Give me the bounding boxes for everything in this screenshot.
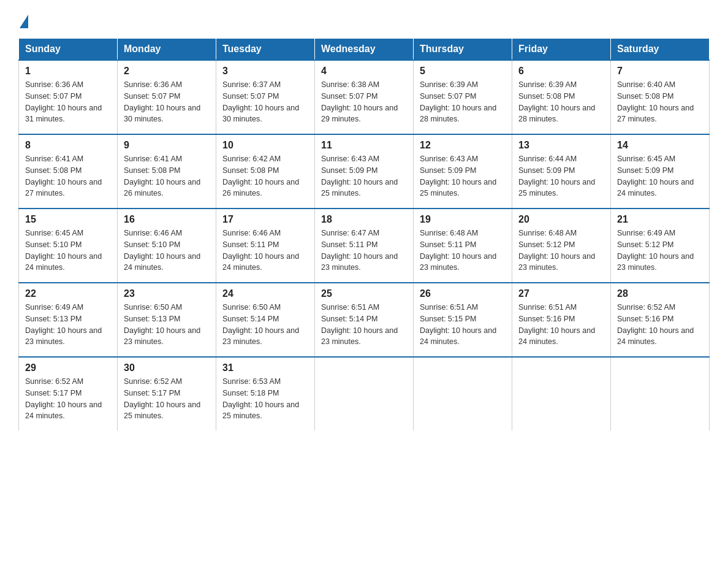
day-info: Sunrise: 6:50 AMSunset: 5:13 PMDaylight:… bbox=[124, 302, 210, 348]
calendar-header-row: SundayMondayTuesdayWednesdayThursdayFrid… bbox=[19, 39, 710, 61]
calendar-cell: 19Sunrise: 6:48 AMSunset: 5:11 PMDayligh… bbox=[414, 209, 512, 283]
calendar-cell: 15Sunrise: 6:45 AMSunset: 5:10 PMDayligh… bbox=[19, 209, 118, 283]
calendar-header-sunday: Sunday bbox=[19, 39, 118, 61]
day-number: 31 bbox=[222, 362, 308, 373]
day-number: 13 bbox=[518, 140, 604, 151]
calendar-cell bbox=[512, 357, 611, 431]
day-info: Sunrise: 6:39 AMSunset: 5:08 PMDaylight:… bbox=[518, 79, 604, 125]
calendar-cell: 16Sunrise: 6:46 AMSunset: 5:10 PMDayligh… bbox=[118, 209, 216, 283]
calendar-cell: 17Sunrise: 6:46 AMSunset: 5:11 PMDayligh… bbox=[216, 209, 315, 283]
day-number: 24 bbox=[222, 288, 308, 299]
calendar-cell: 9Sunrise: 6:41 AMSunset: 5:08 PMDaylight… bbox=[118, 134, 216, 209]
day-info: Sunrise: 6:46 AMSunset: 5:11 PMDaylight:… bbox=[222, 228, 308, 274]
day-number: 4 bbox=[321, 66, 407, 77]
calendar-cell: 5Sunrise: 6:39 AMSunset: 5:07 PMDaylight… bbox=[414, 60, 512, 134]
day-info: Sunrise: 6:53 AMSunset: 5:18 PMDaylight:… bbox=[222, 376, 308, 422]
calendar-week-row: 8Sunrise: 6:41 AMSunset: 5:08 PMDaylight… bbox=[19, 134, 710, 209]
day-info: Sunrise: 6:41 AMSunset: 5:08 PMDaylight:… bbox=[124, 153, 210, 199]
calendar-cell bbox=[414, 357, 512, 431]
day-info: Sunrise: 6:52 AMSunset: 5:16 PMDaylight:… bbox=[617, 302, 703, 348]
calendar-header-wednesday: Wednesday bbox=[315, 39, 414, 61]
page-header bbox=[18, 12, 710, 26]
calendar-cell: 3Sunrise: 6:37 AMSunset: 5:07 PMDaylight… bbox=[216, 60, 315, 134]
logo bbox=[18, 12, 28, 26]
day-number: 12 bbox=[420, 140, 506, 151]
calendar-header-tuesday: Tuesday bbox=[216, 39, 315, 61]
day-info: Sunrise: 6:43 AMSunset: 5:09 PMDaylight:… bbox=[420, 153, 506, 199]
day-number: 28 bbox=[617, 288, 703, 299]
calendar-cell: 28Sunrise: 6:52 AMSunset: 5:16 PMDayligh… bbox=[611, 283, 710, 357]
calendar-cell: 31Sunrise: 6:53 AMSunset: 5:18 PMDayligh… bbox=[216, 357, 315, 431]
day-info: Sunrise: 6:51 AMSunset: 5:14 PMDaylight:… bbox=[321, 302, 407, 348]
calendar-cell: 25Sunrise: 6:51 AMSunset: 5:14 PMDayligh… bbox=[315, 283, 414, 357]
day-number: 1 bbox=[25, 66, 111, 77]
calendar-cell: 20Sunrise: 6:48 AMSunset: 5:12 PMDayligh… bbox=[512, 209, 611, 283]
day-number: 6 bbox=[518, 66, 604, 77]
day-number: 22 bbox=[25, 288, 111, 299]
day-info: Sunrise: 6:52 AMSunset: 5:17 PMDaylight:… bbox=[25, 376, 111, 422]
day-info: Sunrise: 6:36 AMSunset: 5:07 PMDaylight:… bbox=[124, 79, 210, 125]
calendar-header-saturday: Saturday bbox=[611, 39, 710, 61]
day-info: Sunrise: 6:49 AMSunset: 5:13 PMDaylight:… bbox=[25, 302, 111, 348]
calendar-cell: 14Sunrise: 6:45 AMSunset: 5:09 PMDayligh… bbox=[611, 134, 710, 209]
calendar-cell: 21Sunrise: 6:49 AMSunset: 5:12 PMDayligh… bbox=[611, 209, 710, 283]
day-number: 10 bbox=[222, 140, 308, 151]
calendar-cell: 12Sunrise: 6:43 AMSunset: 5:09 PMDayligh… bbox=[414, 134, 512, 209]
day-info: Sunrise: 6:50 AMSunset: 5:14 PMDaylight:… bbox=[222, 302, 308, 348]
day-number: 15 bbox=[25, 214, 111, 225]
day-number: 29 bbox=[25, 362, 111, 373]
day-info: Sunrise: 6:39 AMSunset: 5:07 PMDaylight:… bbox=[420, 79, 506, 125]
calendar-cell: 10Sunrise: 6:42 AMSunset: 5:08 PMDayligh… bbox=[216, 134, 315, 209]
day-info: Sunrise: 6:47 AMSunset: 5:11 PMDaylight:… bbox=[321, 228, 407, 274]
calendar-cell: 29Sunrise: 6:52 AMSunset: 5:17 PMDayligh… bbox=[19, 357, 118, 431]
day-number: 14 bbox=[617, 140, 703, 151]
day-info: Sunrise: 6:45 AMSunset: 5:09 PMDaylight:… bbox=[617, 153, 703, 199]
day-number: 21 bbox=[617, 214, 703, 225]
day-info: Sunrise: 6:51 AMSunset: 5:16 PMDaylight:… bbox=[518, 302, 604, 348]
day-number: 3 bbox=[222, 66, 308, 77]
calendar-cell: 4Sunrise: 6:38 AMSunset: 5:07 PMDaylight… bbox=[315, 60, 414, 134]
calendar-cell: 18Sunrise: 6:47 AMSunset: 5:11 PMDayligh… bbox=[315, 209, 414, 283]
calendar-header-monday: Monday bbox=[118, 39, 216, 61]
day-info: Sunrise: 6:37 AMSunset: 5:07 PMDaylight:… bbox=[222, 79, 308, 125]
day-info: Sunrise: 6:48 AMSunset: 5:11 PMDaylight:… bbox=[420, 228, 506, 274]
calendar-week-row: 15Sunrise: 6:45 AMSunset: 5:10 PMDayligh… bbox=[19, 209, 710, 283]
calendar-cell: 11Sunrise: 6:43 AMSunset: 5:09 PMDayligh… bbox=[315, 134, 414, 209]
calendar-cell: 7Sunrise: 6:40 AMSunset: 5:08 PMDaylight… bbox=[611, 60, 710, 134]
day-info: Sunrise: 6:51 AMSunset: 5:15 PMDaylight:… bbox=[420, 302, 506, 348]
calendar-cell: 2Sunrise: 6:36 AMSunset: 5:07 PMDaylight… bbox=[118, 60, 216, 134]
day-info: Sunrise: 6:52 AMSunset: 5:17 PMDaylight:… bbox=[124, 376, 210, 422]
calendar-cell: 23Sunrise: 6:50 AMSunset: 5:13 PMDayligh… bbox=[118, 283, 216, 357]
day-number: 20 bbox=[518, 214, 604, 225]
calendar-week-row: 29Sunrise: 6:52 AMSunset: 5:17 PMDayligh… bbox=[19, 357, 710, 431]
calendar-cell: 24Sunrise: 6:50 AMSunset: 5:14 PMDayligh… bbox=[216, 283, 315, 357]
calendar-cell bbox=[611, 357, 710, 431]
day-number: 7 bbox=[617, 66, 703, 77]
day-info: Sunrise: 6:42 AMSunset: 5:08 PMDaylight:… bbox=[222, 153, 308, 199]
day-info: Sunrise: 6:41 AMSunset: 5:08 PMDaylight:… bbox=[25, 153, 111, 199]
day-info: Sunrise: 6:43 AMSunset: 5:09 PMDaylight:… bbox=[321, 153, 407, 199]
calendar-cell: 6Sunrise: 6:39 AMSunset: 5:08 PMDaylight… bbox=[512, 60, 611, 134]
day-number: 23 bbox=[124, 288, 210, 299]
day-info: Sunrise: 6:36 AMSunset: 5:07 PMDaylight:… bbox=[25, 79, 111, 125]
calendar-cell: 8Sunrise: 6:41 AMSunset: 5:08 PMDaylight… bbox=[19, 134, 118, 209]
day-number: 25 bbox=[321, 288, 407, 299]
day-number: 26 bbox=[420, 288, 506, 299]
calendar-cell: 13Sunrise: 6:44 AMSunset: 5:09 PMDayligh… bbox=[512, 134, 611, 209]
calendar-cell: 22Sunrise: 6:49 AMSunset: 5:13 PMDayligh… bbox=[19, 283, 118, 357]
calendar-header-friday: Friday bbox=[512, 39, 611, 61]
day-number: 2 bbox=[124, 66, 210, 77]
day-number: 19 bbox=[420, 214, 506, 225]
calendar-cell bbox=[315, 357, 414, 431]
day-number: 18 bbox=[321, 214, 407, 225]
logo-triangle-icon bbox=[20, 15, 28, 28]
calendar-week-row: 1Sunrise: 6:36 AMSunset: 5:07 PMDaylight… bbox=[19, 60, 710, 134]
day-number: 9 bbox=[124, 140, 210, 151]
day-number: 27 bbox=[518, 288, 604, 299]
day-number: 8 bbox=[25, 140, 111, 151]
day-info: Sunrise: 6:49 AMSunset: 5:12 PMDaylight:… bbox=[617, 228, 703, 274]
day-info: Sunrise: 6:38 AMSunset: 5:07 PMDaylight:… bbox=[321, 79, 407, 125]
day-number: 30 bbox=[124, 362, 210, 373]
day-number: 16 bbox=[124, 214, 210, 225]
day-number: 11 bbox=[321, 140, 407, 151]
